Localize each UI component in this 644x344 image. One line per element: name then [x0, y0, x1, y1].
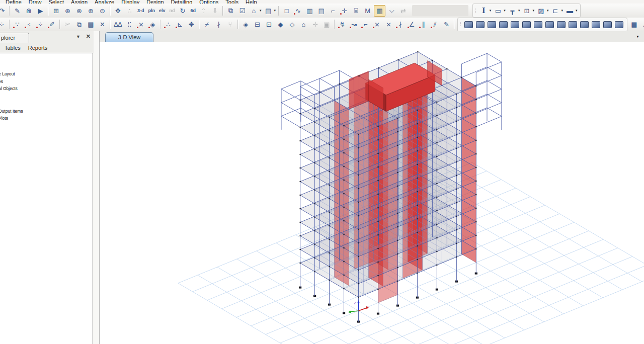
merge-towers-button[interactable]: ∆∆	[113, 19, 123, 30]
break-frames-button[interactable]: ⨯	[136, 19, 146, 30]
building-view-options-dropdown[interactable]: ▾	[260, 9, 262, 13]
tee-section-dropdown[interactable]: ▾	[518, 9, 520, 13]
cut-button[interactable]: ✂	[62, 19, 73, 30]
add-opening-button[interactable]	[510, 19, 520, 30]
tab-overflow-button[interactable]: ▼	[636, 35, 639, 38]
column-section-button[interactable]: ▭	[493, 6, 503, 16]
tree-item-plots[interactable]: Plots	[0, 115, 93, 122]
beam-section-button[interactable]: I	[478, 6, 489, 16]
explorer-close-button[interactable]: ✕	[86, 33, 91, 40]
edit-area-button[interactable]: ⊡	[264, 19, 274, 30]
pen-multi-button[interactable]: ✎	[441, 19, 452, 30]
menu-analyze[interactable]: Analyze	[91, 0, 118, 4]
add-area-object-button[interactable]: ◆	[275, 19, 286, 30]
multi-divide-button[interactable]: ∥	[418, 19, 429, 30]
explorer-tab[interactable]: plorer	[0, 33, 29, 43]
beam-section-dropdown[interactable]: ▾	[490, 9, 492, 13]
object-view-options-dropdown[interactable]: ▾	[274, 9, 276, 13]
paste-button[interactable]: ▤	[86, 19, 96, 30]
merge-areas-button[interactable]: ⊟	[252, 19, 263, 30]
pencil-eraser-button[interactable]	[614, 19, 624, 30]
view-tab-3d[interactable]: 3-D View	[105, 32, 153, 42]
copy-button[interactable]: ⧉	[74, 19, 85, 30]
tee-section-button[interactable]: ┳	[507, 6, 518, 16]
offset-frames-button[interactable]: ↝	[349, 19, 359, 30]
encased-section-dropdown[interactable]: ▾	[532, 9, 534, 13]
join-objects-button[interactable]	[602, 19, 613, 30]
draw-braces-button[interactable]: ▥	[304, 6, 315, 16]
channel-section-button[interactable]: ⊏	[550, 6, 560, 16]
rejoin-frames-button[interactable]: ∤	[395, 19, 406, 30]
view-plan-button[interactable]: pln	[147, 6, 157, 16]
move-up-list-button[interactable]: ⇧	[198, 6, 209, 16]
snap-points-button[interactable]: ∵	[12, 19, 23, 30]
edit-ramps-button[interactable]	[475, 19, 486, 30]
snap-midpoints-button[interactable]: ⁘	[35, 19, 46, 30]
tree-item-e-layout[interactable]: e Layout	[0, 70, 93, 78]
mesh-tool-button[interactable]	[521, 19, 532, 30]
add-door-button[interactable]	[487, 19, 497, 30]
edit-grid-button[interactable]: ⁞⁚	[124, 19, 135, 30]
trim-lines-button[interactable]: ⑂	[225, 19, 235, 30]
explorer-collapse-button[interactable]: ▼	[76, 34, 80, 39]
restore-full-view-button[interactable]: ⊛	[62, 6, 73, 16]
mirror-objects-button[interactable]: ⌐	[360, 19, 371, 30]
merge-lines-button[interactable]: ∤	[213, 19, 224, 30]
zoom-to-angle-button[interactable]: ∠	[640, 19, 644, 30]
move-down-list-button[interactable]: ⇩	[210, 6, 220, 16]
copy-properties-button[interactable]	[544, 19, 555, 30]
draw-strip-button[interactable]: ⌵	[386, 6, 397, 16]
object-view-options-button[interactable]: ▤	[263, 6, 274, 16]
walk-through-button[interactable]: ∴	[124, 6, 135, 16]
slab-section-dropdown[interactable]: ▾	[547, 9, 549, 13]
shrink-objects-button[interactable]: ⧉	[225, 6, 236, 16]
bar-section-dropdown[interactable]: ▾	[576, 9, 578, 13]
view-3d-button[interactable]: 3-d	[136, 6, 146, 16]
menu-tools[interactable]: Tools	[222, 0, 242, 4]
edit-pen-button[interactable]: ✎	[12, 6, 23, 16]
select-pointer-button[interactable]	[533, 19, 543, 30]
flip-normal-button[interactable]: ✛	[310, 19, 320, 30]
3d-model-canvas[interactable]: Z	[100, 42, 644, 344]
break-at-intersections-button[interactable]: ⨯	[383, 19, 394, 30]
swap-axes-button[interactable]: ⇄	[398, 6, 409, 16]
lock-model-button[interactable]: ⋒	[24, 6, 34, 16]
model-viewport[interactable]: Z	[100, 42, 644, 344]
channel-section-dropdown[interactable]: ▾	[561, 9, 563, 13]
bar-section-button[interactable]: ▬	[565, 6, 575, 16]
snap-perpendicular-button[interactable]: ✐	[47, 19, 57, 30]
column-section-dropdown[interactable]: ▾	[504, 9, 506, 13]
menu-help[interactable]: Help	[242, 0, 261, 4]
draw-shell-button[interactable]: ⌸	[351, 6, 361, 16]
divide-frames-button[interactable]: ⌿	[202, 19, 212, 30]
menu-options[interactable]: Options	[196, 0, 222, 4]
draw-link-button[interactable]: ∿	[293, 6, 303, 16]
rotate-3d-view-button[interactable]: ↻	[178, 6, 188, 16]
rubber-band-zoom-button[interactable]: ⊞	[51, 6, 61, 16]
building-view-options-button[interactable]: ⌂	[249, 6, 259, 16]
perspective-glasses-button[interactable]: 6d	[189, 6, 198, 16]
move-joints-button[interactable]: ✥	[186, 19, 197, 30]
mesh-areas-button[interactable]: ◈	[240, 19, 251, 30]
tree-item-al-objects[interactable]: al Objects	[0, 85, 93, 93]
menu-design[interactable]: Design	[143, 0, 167, 4]
intersect-lines-button[interactable]: ⨯	[372, 19, 382, 30]
tray-tool-button[interactable]	[591, 19, 601, 30]
join-frames-button[interactable]: ◈	[147, 19, 158, 30]
tree-item-es[interactable]: es	[0, 78, 93, 85]
slope-tool-button[interactable]: ⫽	[430, 19, 440, 30]
tab-tables[interactable]: Tables	[5, 45, 21, 51]
add-window-button[interactable]	[498, 19, 509, 30]
encased-section-button[interactable]: ⊡	[521, 6, 532, 16]
remove-area-object-button[interactable]: ◇	[287, 19, 297, 30]
slab-section-button[interactable]: ▨	[536, 6, 546, 16]
zoom-to-grid-button[interactable]: ▦	[629, 19, 639, 30]
view-elevation-button[interactable]: elv	[157, 6, 167, 16]
draw-floor-button[interactable]: ▤	[316, 6, 327, 16]
bench-tool-button[interactable]	[556, 19, 567, 30]
previous-zoom-button[interactable]: ⊜	[74, 6, 85, 16]
extend-frames-button[interactable]: ↯	[337, 19, 348, 30]
display-options-button[interactable]: ☑	[237, 6, 248, 16]
align-edges-button[interactable]: ⊾	[175, 19, 185, 30]
menu-detailing[interactable]: Detailing	[168, 0, 196, 4]
